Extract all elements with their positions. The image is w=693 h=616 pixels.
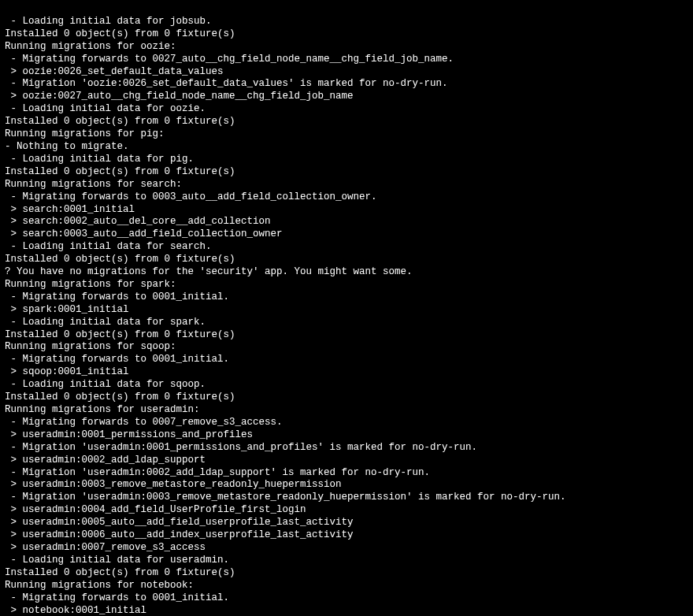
- output-line: - Loading initial data for pig.: [5, 154, 688, 166]
- output-line: > oozie:0027_auto__chg_field_node_name__…: [5, 91, 688, 103]
- output-line: Running migrations for notebook:: [5, 580, 688, 592]
- output-line: > useradmin:0007_remove_s3_access: [5, 542, 688, 555]
- output-line: > useradmin:0002_add_ldap_support: [5, 455, 688, 467]
- output-line: - Migration 'useradmin:0002_add_ldap_sup…: [5, 467, 688, 480]
- output-line: Installed 0 object(s) from 0 fixture(s): [5, 567, 688, 580]
- output-line: Running migrations for sqoop:: [5, 341, 688, 354]
- output-line: > search:0003_auto__add_field_collection…: [5, 228, 688, 241]
- output-line: - Migration 'oozie:0026_set_default_data…: [5, 78, 688, 91]
- output-line: > spark:0001_initial: [5, 304, 688, 317]
- output-line: > notebook:0001_initial: [5, 605, 688, 617]
- output-line: - Loading initial data for sqoop.: [5, 379, 688, 391]
- output-line: - Loading initial data for useradmin.: [5, 555, 688, 567]
- output-line: - Nothing to migrate.: [5, 141, 688, 154]
- output-line: Running migrations for pig:: [5, 128, 688, 141]
- output-line: Installed 0 object(s) from 0 fixture(s): [5, 254, 688, 266]
- output-line: > search:0002_auto__del_core__add_collec…: [5, 216, 688, 228]
- output-line: > sqoop:0001_initial: [5, 366, 688, 379]
- output-line: > useradmin:0006_auto__add_index_userpro…: [5, 529, 688, 542]
- output-line: Installed 0 object(s) from 0 fixture(s): [5, 166, 688, 179]
- output-line: > useradmin:0004_add_field_UserProfile_f…: [5, 504, 688, 517]
- output-line: Installed 0 object(s) from 0 fixture(s): [5, 329, 688, 342]
- output-line: - Migrating forwards to 0003_auto__add_f…: [5, 191, 688, 204]
- output-line: Running migrations for oozie:: [5, 41, 688, 54]
- output-line: Running migrations for useradmin:: [5, 404, 688, 417]
- output-line: - Migrating forwards to 0001_initial.: [5, 354, 688, 366]
- terminal-output[interactable]: - Loading initial data for jobsub.Instal…: [0, 0, 693, 616]
- output-line: - Loading initial data for jobsub.: [5, 16, 688, 28]
- output-line: Installed 0 object(s) from 0 fixture(s): [5, 28, 688, 41]
- output-line: > useradmin:0001_permissions_and_profile…: [5, 429, 688, 442]
- output-line: Installed 0 object(s) from 0 fixture(s): [5, 391, 688, 404]
- output-line: - Migrating forwards to 0001_initial.: [5, 291, 688, 304]
- output-line: - Migrating forwards to 0001_initial.: [5, 592, 688, 605]
- output-line: > useradmin:0003_remove_metastore_readon…: [5, 479, 688, 492]
- output-line: - Migrating forwards to 0007_remove_s3_a…: [5, 417, 688, 429]
- output-line: ? You have no migrations for the 'securi…: [5, 266, 688, 279]
- output-line: - Loading initial data for search.: [5, 241, 688, 254]
- output-line: - Loading initial data for spark.: [5, 317, 688, 329]
- output-line: > useradmin:0005_auto__add_field_userpro…: [5, 517, 688, 529]
- output-line: Installed 0 object(s) from 0 fixture(s): [5, 116, 688, 128]
- output-line: > oozie:0026_set_default_data_values: [5, 66, 688, 79]
- output-line: - Loading initial data for oozie.: [5, 103, 688, 116]
- output-line: - Migration 'useradmin:0003_remove_metas…: [5, 492, 688, 504]
- output-line: Running migrations for spark:: [5, 279, 688, 291]
- output-line: - Migration 'useradmin:0001_permissions_…: [5, 442, 688, 455]
- output-line: > search:0001_initial: [5, 204, 688, 217]
- output-line: Running migrations for search:: [5, 179, 688, 191]
- output-line: - Migrating forwards to 0027_auto__chg_f…: [5, 54, 688, 66]
